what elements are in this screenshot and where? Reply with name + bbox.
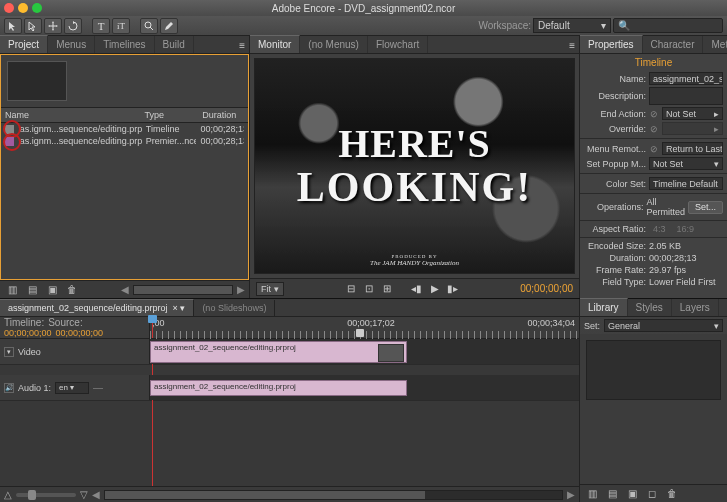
name-field[interactable]: assignment_02_sequence/ed: [649, 72, 723, 85]
link-icon[interactable]: ⊘: [649, 124, 659, 134]
playhead[interactable]: [152, 317, 153, 338]
new-bin-icon[interactable]: ▣: [44, 283, 60, 297]
safe-area-icon[interactable]: ⊟: [344, 282, 358, 296]
time-ruler[interactable]: ;00 00;00;17;02 00;00;34;04: [150, 317, 579, 338]
timeline-hscroll[interactable]: [104, 490, 563, 500]
slideshows-tab[interactable]: (no Slideshows): [194, 300, 275, 316]
lib-new-icon[interactable]: ◻: [644, 487, 660, 501]
description-field[interactable]: [649, 87, 723, 105]
timeline-tc-panel: Timeline:Source: 00;00;00;0000;00;00;00: [0, 317, 150, 338]
tab-timelines[interactable]: Timelines: [95, 36, 154, 53]
direct-select-tool[interactable]: [24, 18, 42, 34]
vertical-text-tool[interactable]: iT: [112, 18, 130, 34]
tab-layers[interactable]: Layers: [672, 299, 719, 316]
lib-delete-icon[interactable]: 🗑: [664, 487, 680, 501]
scroll-left-icon[interactable]: ◀: [121, 284, 129, 295]
lib-btn-2[interactable]: ▤: [604, 487, 620, 501]
tab-project[interactable]: Project: [0, 35, 48, 53]
edit-tool[interactable]: [160, 18, 178, 34]
link-icon[interactable]: ⊘: [649, 144, 659, 154]
column-duration[interactable]: Duration: [198, 108, 248, 122]
filter-icon[interactable]: ▥: [4, 283, 20, 297]
delete-icon[interactable]: 🗑: [64, 283, 80, 297]
scroll-right-icon[interactable]: ▶: [237, 284, 245, 295]
video-track-label: Video: [18, 347, 41, 357]
project-item[interactable]: as.ignm...sequence/editing.prproj Premie…: [1, 135, 248, 147]
rotate-tool[interactable]: [64, 18, 82, 34]
audio-clip[interactable]: assignment_02_sequence/editing.prproj: [150, 380, 407, 396]
menu-remote-label: Menu Remot...: [584, 144, 646, 154]
video-track-header[interactable]: ▾ Video: [0, 339, 150, 364]
scroll-right-icon[interactable]: ▶: [567, 489, 575, 500]
popup-field[interactable]: Not Set▾: [649, 157, 723, 170]
column-name[interactable]: Name: [1, 108, 140, 122]
chapter-marker-icon[interactable]: [356, 329, 364, 337]
zoom-out-icon[interactable]: △: [4, 489, 12, 500]
timeline-hscroll-thumb[interactable]: [105, 491, 425, 499]
panel-menu-icon[interactable]: ≡: [235, 38, 249, 53]
text-tool[interactable]: T: [92, 18, 110, 34]
step-back-icon[interactable]: ◂▮: [410, 282, 424, 296]
aspect-4-3[interactable]: 4:3: [649, 224, 670, 234]
project-tabs: Project Menus Timelines Build ≡: [0, 36, 249, 54]
tab-character[interactable]: Character: [643, 36, 704, 53]
move-tool[interactable]: [44, 18, 62, 34]
set-select[interactable]: General▾: [604, 319, 723, 332]
column-type[interactable]: Type: [140, 108, 198, 122]
name-label: Name:: [584, 74, 646, 84]
zoom-slider-thumb[interactable]: [28, 490, 36, 500]
link-icon[interactable]: ⊘: [649, 109, 659, 119]
project-hscroll[interactable]: [133, 285, 233, 295]
duration-value: 00;00;28;13: [649, 253, 697, 263]
tab-menus[interactable]: Menus: [48, 36, 95, 53]
playhead-handle-icon[interactable]: [148, 315, 157, 323]
zoom-select[interactable]: Fit ▾: [256, 282, 284, 296]
play-icon[interactable]: ▶: [428, 282, 442, 296]
zoom-in-icon[interactable]: ▽: [80, 489, 88, 500]
audio-track-header[interactable]: 🔊 Audio 1: en ▾ ––: [0, 375, 150, 400]
end-action-field[interactable]: Not Set▸: [662, 107, 723, 120]
zoom-slider[interactable]: [16, 493, 76, 497]
workspace-select[interactable]: Default▾: [533, 18, 611, 33]
tab-metadata[interactable]: Metadata: [703, 36, 727, 53]
new-item-icon[interactable]: ▤: [24, 283, 40, 297]
encoded-size-value: 2.05 KB: [649, 241, 681, 251]
color-set-field[interactable]: Timeline Default: [649, 177, 723, 190]
tab-monitor[interactable]: Monitor: [250, 35, 300, 53]
zoom-tool[interactable]: [140, 18, 158, 34]
track-visibility-toggle[interactable]: ▾: [4, 347, 14, 357]
tab-styles[interactable]: Styles: [628, 299, 672, 316]
override-field[interactable]: ▸: [662, 122, 723, 135]
selection-tool[interactable]: [4, 18, 22, 34]
tab-properties[interactable]: Properties: [580, 35, 643, 53]
tab-build[interactable]: Build: [155, 36, 194, 53]
aspect-label: Aspect Ratio:: [584, 224, 646, 234]
monitor-viewport[interactable]: HERE'S LOOKING! PRODUCED BY The JAM HAND…: [254, 58, 575, 274]
chevron-right-icon: ▸: [714, 109, 719, 119]
lib-btn-3[interactable]: ▣: [624, 487, 640, 501]
project-item[interactable]: as.ignm...sequence/editing.prproj Timeli…: [1, 123, 248, 135]
track-mute-toggle[interactable]: 🔊: [4, 383, 14, 393]
end-action-label: End Action:: [584, 109, 646, 119]
timeline-tc[interactable]: 00;00;00;00: [4, 328, 52, 338]
scroll-left-icon[interactable]: ◀: [92, 489, 100, 500]
source-tc[interactable]: 00;00;00;00: [56, 328, 104, 338]
panel-menu-icon[interactable]: ≡: [565, 38, 579, 53]
help-search-input[interactable]: 🔍: [613, 18, 723, 33]
current-time[interactable]: 00;00;00;00: [520, 283, 573, 294]
video-clip[interactable]: assignment_02_sequence/editing.prproj: [150, 341, 407, 363]
aspect-16-9[interactable]: 16:9: [673, 224, 699, 234]
menu-remote-field[interactable]: Return to Last Menu: [662, 142, 723, 155]
route-icon[interactable]: ⊡: [362, 282, 376, 296]
step-forward-icon[interactable]: ▮▸: [446, 282, 460, 296]
tab-flowchart[interactable]: Flowchart: [368, 36, 428, 53]
guides-icon[interactable]: ⊞: [380, 282, 394, 296]
timeline-tab[interactable]: assignment_02_sequence/editing.prproj × …: [0, 299, 194, 316]
set-label: Set:: [584, 321, 600, 331]
lib-btn-1[interactable]: ▥: [584, 487, 600, 501]
tab-library[interactable]: Library: [580, 298, 628, 316]
tab-no-menus[interactable]: (no Menus): [300, 36, 368, 53]
set-button[interactable]: Set...: [688, 201, 723, 214]
frame-rate-label: Frame Rate:: [584, 265, 646, 275]
audio-lang-select[interactable]: en ▾: [55, 382, 89, 394]
